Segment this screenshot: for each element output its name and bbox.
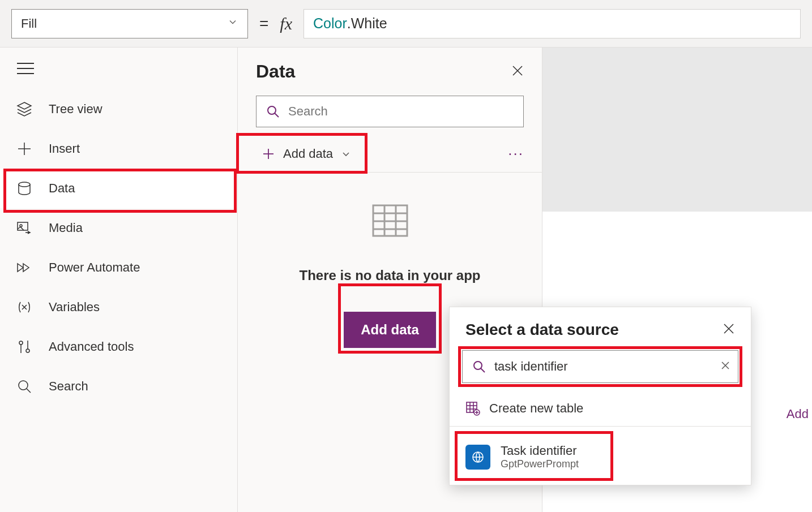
formula-token-class: Color xyxy=(313,15,347,32)
svg-point-10 xyxy=(26,349,29,352)
highlight-box xyxy=(3,169,237,213)
popup-search-box[interactable] xyxy=(462,350,738,383)
svg-line-13 xyxy=(27,389,31,393)
select-data-source-popup: Select a data source Create new table Ta… xyxy=(449,307,751,485)
sidebar-item-label: Search xyxy=(49,379,88,394)
sidebar-item-label: Insert xyxy=(49,141,80,156)
sidebar-item-label: Data xyxy=(49,181,75,196)
ai-model-icon xyxy=(465,445,490,470)
sidebar-item-data[interactable]: Data xyxy=(0,169,237,208)
result-title: Task identifier xyxy=(501,444,579,458)
search-icon xyxy=(472,359,486,374)
chevron-down-icon xyxy=(341,149,351,159)
create-new-table-label: Create new table xyxy=(489,401,583,416)
variable-icon xyxy=(16,299,33,316)
result-subtitle: GptPowerPrompt xyxy=(501,458,579,470)
hamburger-button[interactable] xyxy=(0,59,237,89)
sidebar-item-search[interactable]: Search xyxy=(0,367,237,406)
sidebar-item-variables[interactable]: Variables xyxy=(0,287,237,327)
svg-line-29 xyxy=(481,368,485,372)
more-options-button[interactable]: ··· xyxy=(508,145,524,162)
sidebar-item-label: Advanced tools xyxy=(49,339,134,354)
sidebar-item-label: Media xyxy=(49,221,83,235)
svg-point-16 xyxy=(268,106,276,114)
flow-icon xyxy=(16,259,33,276)
svg-point-12 xyxy=(19,381,28,390)
formula-token-member: White xyxy=(351,15,387,32)
tools-icon xyxy=(16,338,33,355)
property-selector[interactable]: Fill xyxy=(11,9,248,38)
close-button[interactable] xyxy=(511,64,524,79)
media-icon xyxy=(16,220,33,236)
add-data-dropdown[interactable]: Add data xyxy=(256,143,357,165)
add-data-label: Add data xyxy=(283,147,333,161)
search-icon xyxy=(16,378,33,395)
clear-search-button[interactable] xyxy=(720,360,730,373)
formula-bar: Fill = fx Color.White xyxy=(0,0,812,48)
table-plus-icon xyxy=(465,401,480,416)
layers-icon xyxy=(16,101,33,118)
sidebar-item-tree-view[interactable]: Tree view xyxy=(0,89,237,129)
empty-message: There is no data in your app xyxy=(299,268,480,283)
property-name: Fill xyxy=(21,16,37,31)
svg-point-5 xyxy=(19,182,30,187)
sidebar-item-advanced-tools[interactable]: Advanced tools xyxy=(0,327,237,367)
plus-icon xyxy=(16,140,33,157)
svg-line-17 xyxy=(275,113,279,117)
create-new-table-button[interactable]: Create new table xyxy=(450,390,751,427)
sidebar-item-power-automate[interactable]: Power Automate xyxy=(0,248,237,287)
data-source-result-item[interactable]: Task identifier GptPowerPrompt xyxy=(458,434,743,479)
data-search-input[interactable] xyxy=(288,104,514,119)
plus-icon xyxy=(262,147,275,161)
svg-point-28 xyxy=(474,362,482,369)
sidebar-item-label: Tree view xyxy=(49,102,102,117)
sidebar-item-media[interactable]: Media xyxy=(0,208,237,248)
table-icon xyxy=(372,204,408,239)
popup-search-input[interactable] xyxy=(494,359,713,374)
sidebar-item-label: Variables xyxy=(49,300,100,315)
fx-label: fx xyxy=(280,14,292,33)
sidebar-item-insert[interactable]: Insert xyxy=(0,129,237,169)
add-link[interactable]: Add xyxy=(787,407,809,421)
left-sidebar: Tree view Insert Data Media Power Automa… xyxy=(0,48,238,512)
chevron-down-icon xyxy=(227,16,238,31)
popup-close-button[interactable] xyxy=(723,322,735,337)
sidebar-item-label: Power Automate xyxy=(49,260,140,275)
svg-point-8 xyxy=(19,341,23,345)
search-icon xyxy=(266,104,280,119)
database-icon xyxy=(16,180,33,197)
popup-title: Select a data source xyxy=(465,321,619,339)
formula-input[interactable]: Color.White xyxy=(304,9,801,38)
equals-sign: = xyxy=(259,15,268,33)
data-panel-title: Data xyxy=(256,61,295,82)
add-data-button[interactable]: Add data xyxy=(344,312,436,348)
data-search-box[interactable] xyxy=(256,96,524,127)
